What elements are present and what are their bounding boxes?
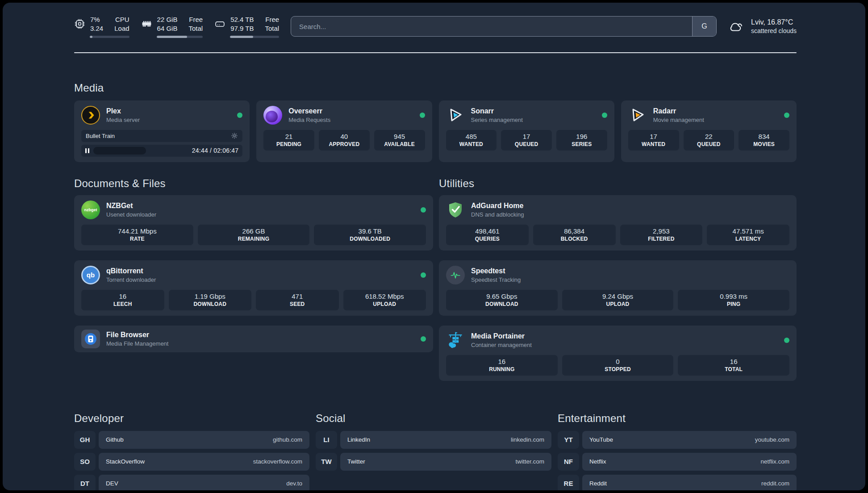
- hard-drive-icon: [214, 18, 225, 29]
- search-bar: G: [291, 16, 717, 37]
- dashboard-page: 7% 3.24 CPU Load: [3, 3, 865, 490]
- nzbget-card[interactable]: nzbget NZBGet Usenet downloader 744.21 M…: [74, 195, 433, 251]
- stat-tile: 618.52 Mbps UPLOAD: [343, 290, 426, 310]
- media-grid: Plex Media server Bullet Train: [74, 100, 797, 162]
- stat-value: 266 GB: [200, 227, 308, 235]
- youtube-badge[interactable]: YT: [558, 431, 579, 449]
- twitter-link[interactable]: Twitter twitter.com: [340, 453, 551, 471]
- link-row-linkedin: LI LinkedIn linkedin.com: [316, 431, 551, 449]
- sonarr-icon: [446, 106, 465, 125]
- search-engine-button[interactable]: G: [692, 17, 716, 36]
- app-subtitle: DNS and adblocking: [471, 211, 524, 218]
- storage-free-value: 52.4 TB: [230, 15, 254, 24]
- stackoverflow-badge[interactable]: SO: [74, 453, 96, 471]
- stat-value: 471: [258, 292, 337, 300]
- stat-label: UPLOAD: [564, 301, 672, 307]
- stat-tile: 196 SERIES: [556, 130, 607, 150]
- stat-tile: 39.6 TB DOWNLOADED: [314, 225, 426, 245]
- stat-tile: 40 APPROVED: [319, 130, 370, 150]
- stat-value: 618.52 Mbps: [345, 292, 425, 300]
- app-name: Plex: [106, 107, 140, 115]
- section-title-documents: Documents & Files: [74, 177, 433, 190]
- storage-total-label: Total: [265, 24, 279, 33]
- stat-label: DOWNLOAD: [171, 301, 250, 307]
- twitter-badge[interactable]: TW: [316, 453, 337, 471]
- stat-label: FILTERED: [622, 236, 701, 242]
- settings-icon[interactable]: [231, 132, 238, 139]
- dev-badge[interactable]: DT: [74, 475, 96, 490]
- reddit-badge[interactable]: RE: [558, 475, 579, 490]
- linkedin-link[interactable]: LinkedIn linkedin.com: [340, 431, 551, 449]
- stat-tile: 17 WANTED: [628, 130, 679, 150]
- qbittorrent-card[interactable]: qb qBittorrent Torrent downloader 16 LEE…: [74, 260, 433, 316]
- radarr-card[interactable]: Radarr Movie management 17 WANTED 22 QUE…: [621, 100, 797, 162]
- top-divider: [74, 52, 797, 53]
- adguard-card[interactable]: AdGuard Home DNS and adblocking 498,461 …: [439, 195, 797, 251]
- search-input[interactable]: [291, 17, 692, 36]
- netflix-badge[interactable]: NF: [558, 453, 579, 471]
- stat-value: 40: [321, 133, 368, 140]
- app-name: File Browser: [106, 331, 168, 339]
- stat-label: QUERIES: [448, 236, 527, 242]
- memory-progress-bar: [157, 36, 203, 38]
- stat-tile: 9.65 Gbps DOWNLOAD: [446, 290, 558, 310]
- stat-value: 17: [503, 133, 550, 140]
- now-playing-row: Bullet Train: [81, 130, 242, 142]
- stat-value: 39.6 TB: [316, 227, 424, 235]
- stackoverflow-link[interactable]: StackOverflow stackoverflow.com: [99, 453, 309, 471]
- app-subtitle: Torrent downloader: [106, 276, 156, 283]
- radarr-icon: [628, 106, 647, 125]
- github-badge[interactable]: GH: [74, 431, 96, 449]
- filebrowser-card[interactable]: File Browser Media File Management: [74, 326, 433, 352]
- stat-label: WANTED: [630, 141, 677, 147]
- stat-value: 22: [685, 133, 733, 140]
- stat-tile: 16 TOTAL: [678, 355, 789, 376]
- storage-free-label: Free: [265, 15, 279, 24]
- memory-free-label: Free: [188, 15, 203, 24]
- app-subtitle: Movie management: [653, 117, 704, 123]
- stat-label: DOWNLOAD: [448, 301, 556, 307]
- stat-tile: 471 SEED: [256, 290, 339, 310]
- reddit-link[interactable]: Reddit reddit.com: [582, 475, 797, 490]
- sonarr-card[interactable]: Sonarr Series management 485 WANTED 17 Q…: [439, 100, 614, 162]
- stat-value: 1.19 Gbps: [171, 292, 250, 300]
- social-section: Social LI LinkedIn linkedin.com TW Twitt…: [316, 412, 551, 471]
- github-link[interactable]: Github github.com: [99, 431, 309, 449]
- storage-total-value: 97.9 TB: [230, 24, 254, 33]
- memory-total-value: 64 GiB: [157, 24, 178, 33]
- section-title-developer: Developer: [74, 412, 309, 425]
- status-dot: [421, 207, 426, 213]
- stat-tile: 21 PENDING: [263, 130, 314, 150]
- dev-link[interactable]: DEV dev.to: [99, 475, 309, 490]
- status-dot: [421, 336, 426, 342]
- stat-value: 744.21 Mbps: [83, 227, 192, 235]
- adguard-icon: [446, 201, 465, 219]
- plex-card[interactable]: Plex Media server Bullet Train: [74, 100, 250, 162]
- portainer-card[interactable]: Media Portainer Container management 16 …: [439, 326, 797, 381]
- youtube-link[interactable]: YouTube youtube.com: [582, 431, 797, 449]
- link-row-netflix: NF Netflix netflix.com: [558, 453, 797, 471]
- stat-label: SERIES: [558, 141, 605, 147]
- link-row-github: GH Github github.com: [74, 431, 309, 449]
- cpu-load-label: Load: [114, 24, 129, 33]
- netflix-link[interactable]: Netflix netflix.com: [582, 453, 797, 471]
- stat-label: TOTAL: [680, 366, 788, 372]
- storage-widget: 52.4 TB 97.9 TB Free Total: [214, 15, 279, 38]
- stat-tile: 498,461 QUERIES: [446, 225, 529, 245]
- speedtest-icon: [446, 266, 465, 284]
- speedtest-card[interactable]: Speedtest Speedtest Tracking 9.65 Gbps D…: [439, 260, 797, 316]
- stat-tile: 945 AVAILABLE: [374, 130, 425, 150]
- stat-label: RUNNING: [448, 366, 556, 372]
- cpu-progress-bar: [90, 36, 129, 38]
- linkedin-badge[interactable]: LI: [316, 431, 337, 449]
- now-playing-title: Bullet Train: [86, 133, 115, 139]
- weather-widget: Lviv, 16.87°C scattered clouds: [728, 18, 797, 34]
- weather-condition: scattered clouds: [751, 27, 797, 34]
- stat-value: 16: [448, 358, 556, 365]
- overseerr-card[interactable]: Overseerr Media Requests 21 PENDING 40 A…: [256, 100, 432, 162]
- pause-icon[interactable]: [85, 148, 89, 153]
- weather-location-temp: Lviv, 16.87°C: [751, 18, 797, 26]
- cpu-load-value: 3.24: [90, 24, 103, 33]
- playback-progress-pill: [93, 147, 146, 155]
- stat-tile: 1.19 Gbps DOWNLOAD: [169, 290, 252, 310]
